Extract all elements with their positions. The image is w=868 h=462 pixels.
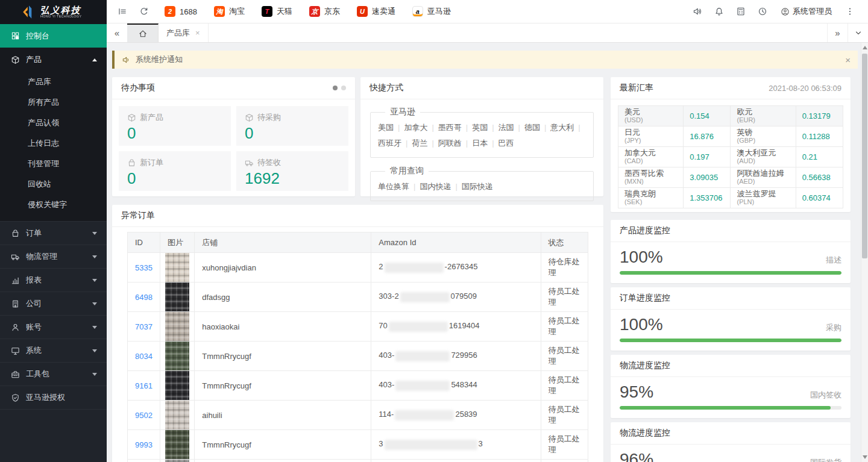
shortcut-link[interactable]: 巴西 bbox=[498, 139, 514, 148]
clock-button[interactable] bbox=[752, 0, 773, 23]
todo-stat[interactable]: 新产品 0 bbox=[119, 106, 231, 146]
product-thumbnail-blurred bbox=[165, 283, 189, 311]
currency-name: 英镑(GBP) bbox=[731, 126, 796, 147]
marketplace-link[interactable]: U 速卖通 bbox=[352, 6, 407, 17]
sidebar-group[interactable]: 账号 bbox=[0, 315, 107, 339]
sidebar-submenu-item[interactable]: 侵权关键字 bbox=[0, 195, 107, 215]
progress-bar bbox=[620, 271, 841, 275]
shortcut-link[interactable]: 单位换算 bbox=[378, 182, 409, 191]
table-row[interactable]: 6498 dfadsgg 303-2079509 待员工处理 bbox=[128, 283, 588, 312]
table-row[interactable]: 9161 TmmnRrycugf 403-548344 待员工处理 bbox=[128, 371, 588, 401]
refresh-button[interactable] bbox=[133, 0, 155, 23]
scroll-down-arrow-icon[interactable] bbox=[863, 455, 867, 459]
shortcut-link[interactable]: 阿联酋 bbox=[438, 139, 462, 148]
table-row[interactable]: 9993 TmmnRrycugf 33 待员工处理 bbox=[128, 430, 588, 460]
scroll-up-arrow-icon[interactable] bbox=[863, 46, 867, 49]
collapse-sidebar-button[interactable] bbox=[112, 0, 133, 23]
amazon-id bbox=[371, 460, 541, 462]
order-id-link[interactable]: 9993 bbox=[135, 440, 153, 449]
toolbox-icon bbox=[11, 370, 20, 379]
order-id-link[interactable]: 6498 bbox=[135, 293, 153, 302]
todo-stat[interactable]: 待采购 0 bbox=[236, 106, 348, 146]
brand-logo[interactable]: 弘义科技 HONG YI TECHNOLOGY bbox=[0, 0, 107, 24]
product-thumbnail-blurred bbox=[165, 312, 189, 341]
shortcut-link[interactable]: 国际快递 bbox=[462, 182, 493, 191]
marketplace-link[interactable]: 京 京东 bbox=[304, 6, 352, 17]
calculator-button[interactable] bbox=[730, 0, 752, 23]
shortcut-link[interactable]: 国内快递 bbox=[420, 182, 451, 191]
tabs-scroll-right-button[interactable]: » bbox=[827, 23, 848, 42]
sidebar-group[interactable]: 工具包 bbox=[0, 362, 107, 386]
marketplace-label: 速卖通 bbox=[372, 6, 395, 17]
sidebar-submenu-item[interactable]: 上传日志 bbox=[0, 133, 107, 154]
vertical-scrollbar[interactable] bbox=[861, 43, 868, 462]
tabs-scroll-left-button[interactable]: « bbox=[107, 23, 127, 42]
shortcut-link[interactable]: 意大利 bbox=[550, 123, 574, 132]
sidebar-group-product[interactable]: 产品 bbox=[0, 48, 107, 72]
scrollbar-thumb[interactable] bbox=[862, 54, 867, 258]
shortcut-link[interactable]: 法国 bbox=[498, 123, 514, 132]
more-menu-button[interactable] bbox=[839, 0, 861, 23]
refresh-icon bbox=[139, 7, 149, 16]
shortcut-link[interactable]: 荷兰 bbox=[412, 139, 427, 148]
sidebar-item-label: 控制台 bbox=[26, 31, 49, 42]
announcement-button[interactable] bbox=[687, 0, 708, 23]
order-id-link[interactable]: 9161 bbox=[135, 381, 153, 390]
todo-stat[interactable]: 新订单 0 bbox=[119, 151, 231, 191]
sidebar-submenu-item[interactable]: 产品库 bbox=[0, 72, 107, 92]
shortcut-link[interactable]: 美国 bbox=[378, 123, 394, 132]
sidebar-submenu-item[interactable]: 回收站 bbox=[0, 174, 107, 195]
marketplace-link[interactable]: a 亚马逊 bbox=[407, 6, 463, 17]
user-menu[interactable]: 系统管理员 bbox=[773, 6, 839, 17]
close-icon[interactable]: × bbox=[195, 28, 200, 37]
sidebar-group-label: 公司 bbox=[26, 298, 42, 309]
sidebar-group[interactable]: 公司 bbox=[0, 292, 107, 315]
separator: | bbox=[455, 182, 457, 191]
table-row[interactable]: 8034 TmmnRrycugf 403-729956 待员工处理 bbox=[128, 342, 588, 371]
separator: | bbox=[432, 123, 433, 132]
close-icon[interactable]: × bbox=[845, 55, 851, 65]
shortcut-link[interactable]: 德国 bbox=[524, 123, 540, 132]
sidebar-group[interactable]: 物流管理 bbox=[0, 245, 107, 268]
sidebar-group[interactable]: 订单 bbox=[0, 221, 107, 245]
tabs-menu-button[interactable] bbox=[848, 23, 868, 42]
sidebar-item-console[interactable]: 控制台 bbox=[0, 24, 107, 48]
sidebar-group[interactable]: 系统 bbox=[0, 339, 107, 362]
tab-home[interactable] bbox=[127, 23, 159, 42]
table-row[interactable] bbox=[128, 460, 588, 462]
shortcut-link[interactable]: 日本 bbox=[472, 139, 488, 148]
sidebar-group[interactable]: 报表 bbox=[0, 268, 107, 292]
shortcut-link[interactable]: 墨西哥 bbox=[438, 123, 462, 132]
order-id-link[interactable]: 5335 bbox=[135, 263, 153, 272]
currency-name: 美元(USD) bbox=[618, 106, 684, 126]
table-row[interactable]: 7037 haoxiaokai 701619404 待员工处理 bbox=[128, 312, 588, 342]
order-id-link[interactable]: 9502 bbox=[135, 411, 153, 420]
table-row[interactable]: 5335 xuhongjiajvdian 2-2676345 待仓库处理 bbox=[128, 253, 588, 283]
order-id-link[interactable]: 8034 bbox=[135, 352, 153, 361]
column-header: ID bbox=[128, 233, 160, 253]
shortcut-link[interactable]: 加拿大 bbox=[404, 123, 427, 132]
marketplace-link[interactable]: 淘 淘宝 bbox=[209, 6, 257, 17]
marketplace-label: 天猫 bbox=[277, 6, 292, 17]
todo-stat[interactable]: 待签收 1692 bbox=[236, 151, 348, 191]
amazon-id: 303-2079509 bbox=[371, 283, 541, 312]
redacted-text bbox=[395, 351, 450, 361]
sidebar-submenu-item[interactable]: 所有产品 bbox=[0, 92, 107, 113]
shortcut-link[interactable]: 英国 bbox=[472, 123, 488, 132]
group-legend: 亚马逊 bbox=[385, 107, 420, 117]
sidebar-submenu-item[interactable]: 产品认领 bbox=[0, 113, 107, 133]
order-id-link[interactable]: 7037 bbox=[135, 322, 153, 331]
sidebar-submenu-item[interactable]: 刊登管理 bbox=[0, 154, 107, 174]
currency-name: 阿联酋迪拉姆(AED) bbox=[731, 167, 796, 188]
shortcut-link[interactable]: 西班牙 bbox=[378, 139, 401, 148]
marketplace-icon: 京 bbox=[309, 6, 320, 17]
carousel-dot-active[interactable] bbox=[333, 86, 338, 90]
order-status: 待员工处理 bbox=[541, 342, 588, 371]
notifications-button[interactable] bbox=[708, 0, 730, 23]
marketplace-link[interactable]: T 天猫 bbox=[257, 6, 304, 17]
table-row[interactable]: 9502 aihuili 114-25839 待员工处理 bbox=[128, 401, 588, 430]
sidebar-group[interactable]: 亚马逊授权 bbox=[0, 386, 107, 409]
carousel-dot[interactable] bbox=[341, 86, 346, 90]
marketplace-link[interactable]: 2 1688 bbox=[160, 6, 209, 17]
tab-product-library[interactable]: 产品库 × bbox=[159, 23, 209, 42]
